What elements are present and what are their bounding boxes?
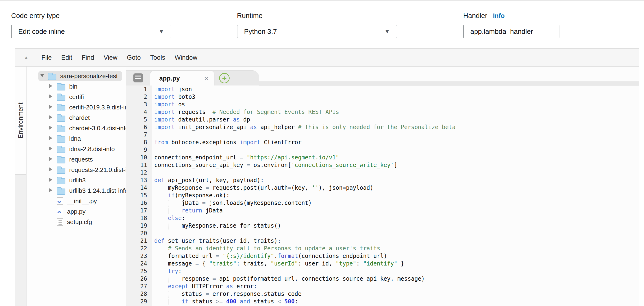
gutter-line-number[interactable]: 7 (126, 131, 152, 139)
code-line[interactable]: except HTTPError as error: (152, 283, 639, 291)
menu-find[interactable]: Find (77, 54, 99, 61)
code-line[interactable]: response = api_post(formatted_url, conne… (152, 276, 639, 283)
gutter-line-number[interactable]: 28 (126, 291, 152, 298)
code-line[interactable]: import init_personalize_api as api_helpe… (152, 124, 639, 131)
gutter-line-number[interactable]: 1 (126, 86, 152, 94)
disclosure-caret-icon[interactable] (49, 136, 54, 141)
disclosure-caret-icon[interactable] (49, 115, 54, 120)
code-line[interactable]: return jData (152, 207, 639, 215)
code-line[interactable]: import json (152, 86, 639, 94)
tree-item-chardet-3-0-4-dist-info[interactable]: chardet-3.0.4.dist-info (26, 123, 126, 133)
gutter-line-number[interactable]: 2 (126, 94, 152, 101)
code-line[interactable]: myResponse.raise_for_status() (152, 222, 639, 230)
code-line[interactable]: if(myResponse.ok): (152, 192, 639, 200)
tree-item-chardet[interactable]: chardet (26, 112, 126, 123)
gutter-line-number[interactable]: 14 (126, 185, 152, 192)
disclosure-caret-icon[interactable] (49, 188, 54, 193)
code-line[interactable] (152, 147, 639, 154)
disclosure-caret-icon[interactable] (40, 74, 45, 78)
code-pane[interactable]: import jsonimport boto3import osimport r… (152, 85, 639, 306)
tree-item-sara-personalize-test[interactable]: sara-personalize-test (26, 71, 126, 81)
gutter-line-number[interactable]: 17 (126, 207, 152, 215)
menu-tools[interactable]: Tools (146, 54, 170, 61)
tree-item-idna[interactable]: idna (26, 133, 126, 144)
gutter-line-number[interactable]: 3 (126, 101, 152, 109)
code-line[interactable]: if status >= 400 and status < 500: (152, 298, 639, 306)
code-line[interactable]: try: (152, 268, 639, 276)
menu-file[interactable]: File (37, 54, 57, 61)
gutter-line-number[interactable]: 18 (126, 215, 152, 222)
gutter-line-number[interactable]: 23 (126, 253, 152, 260)
tree-item-app-py[interactable]: app.py (26, 206, 126, 217)
gutter-line-number[interactable]: 10 (126, 154, 152, 162)
disclosure-caret-icon[interactable] (49, 94, 54, 99)
gutter-line-number[interactable]: 15 (126, 192, 152, 200)
gutter-line-number[interactable]: 21 (126, 238, 152, 245)
tree-item-urllib3-1-24-1-dist-info[interactable]: urllib3-1.24.1.dist-info (26, 185, 126, 196)
code-line[interactable] (152, 230, 639, 238)
disclosure-caret-icon[interactable] (49, 147, 54, 151)
disclosure-caret-icon[interactable] (49, 167, 54, 172)
gutter-line-number[interactable]: 13 (126, 177, 152, 185)
code-line[interactable]: def set_user_traits(user_id, traits): (152, 238, 639, 245)
code-line[interactable]: else: (152, 215, 639, 222)
tree-item-idna-2-8-dist-info[interactable]: idna-2.8.dist-info (26, 144, 126, 154)
tree-item-certifi-2019-3-9-dist-info[interactable]: certifi-2019.3.9.dist-info (26, 102, 126, 112)
gutter-line-number[interactable]: 24 (126, 260, 152, 268)
gutter-line-number[interactable]: 11 (126, 162, 152, 169)
gutter-line-number[interactable]: 8 (126, 139, 152, 147)
code-line[interactable]: import boto3 (152, 94, 639, 101)
menu-view[interactable]: View (99, 54, 122, 61)
tree-item-requests[interactable]: requests (26, 154, 126, 165)
tree-item-urllib3[interactable]: urllib3 (26, 175, 126, 185)
handler-input[interactable] (470, 28, 552, 35)
disclosure-caret-icon[interactable] (49, 178, 54, 183)
new-tab-icon[interactable]: + (219, 73, 230, 83)
code-editor-area[interactable]: 1234567891011121314151617181920212223242… (126, 85, 639, 306)
tree-item-bin[interactable]: bin (26, 81, 126, 92)
gutter-line-number[interactable]: 6 (126, 124, 152, 131)
gutter-line-number[interactable]: 16 (126, 200, 152, 207)
gutter-line-number[interactable]: 12 (126, 169, 152, 177)
code-line[interactable]: # Sends an identify call to Personas to … (152, 245, 639, 253)
disclosure-caret-icon[interactable] (49, 105, 54, 110)
tree-item-setup-cfg[interactable]: setup.cfg (26, 217, 126, 227)
sidebar-tab-environment[interactable]: Environment (15, 66, 26, 175)
gutter-line-number[interactable]: 19 (126, 222, 152, 230)
code-line[interactable]: formatted_url = "{:s}/identify".format(c… (152, 253, 639, 260)
line-number-gutter[interactable]: 1234567891011121314151617181920212223242… (126, 85, 152, 306)
disclosure-caret-icon[interactable] (49, 157, 54, 162)
tree-item--init-py[interactable]: __init__.py (26, 196, 126, 206)
gutter-line-number[interactable]: 22 (126, 245, 152, 253)
gutter-line-number[interactable]: 29 (126, 298, 152, 306)
code-line[interactable]: message = { "traits": traits, "userId": … (152, 260, 639, 268)
tree-item-requests-2-21-0-dist-info[interactable]: requests-2.21.0.dist-info (26, 165, 126, 175)
code-line[interactable]: import dateutil.parser as dp (152, 116, 639, 124)
code-line[interactable]: jData = json.loads(myResponse.content) (152, 200, 639, 207)
gutter-line-number[interactable]: 25 (126, 268, 152, 276)
code-line[interactable]: def api_post(url, key, payload): (152, 177, 639, 185)
disclosure-caret-icon[interactable] (49, 126, 54, 130)
code-line[interactable]: myResponse = requests.post(url,auth=(key… (152, 185, 639, 192)
code-line[interactable]: from botocore.exceptions import ClientEr… (152, 139, 639, 147)
code-line[interactable]: import os (152, 101, 639, 109)
tree-item-certifi[interactable]: certifi (26, 92, 126, 102)
menu-edit[interactable]: Edit (56, 54, 77, 61)
handler-info-link[interactable]: Info (493, 12, 505, 20)
code-line[interactable]: status = error.response.status_code (152, 291, 639, 298)
code-line[interactable]: import requests # Needed for Segment Eve… (152, 109, 639, 116)
menu-window[interactable]: Window (170, 54, 202, 61)
gutter-line-number[interactable]: 27 (126, 283, 152, 291)
menu-goto[interactable]: Goto (122, 54, 146, 61)
code-entry-type-select[interactable]: Edit code inline ▼ (11, 25, 171, 38)
runtime-select[interactable]: Python 3.7 ▼ (237, 25, 397, 38)
code-line[interactable] (152, 169, 639, 177)
code-line[interactable]: connections_source_api_key = os.environ[… (152, 162, 639, 169)
gutter-line-number[interactable]: 26 (126, 276, 152, 283)
code-line[interactable]: connections_endpoint_url = "https://api.… (152, 154, 639, 162)
collapse-menu-icon[interactable]: ▲ (24, 55, 29, 60)
gutter-line-number[interactable]: 9 (126, 147, 152, 154)
gutter-line-number[interactable]: 5 (126, 116, 152, 124)
code-line[interactable] (152, 131, 639, 139)
gutter-line-number[interactable]: 4 (126, 109, 152, 116)
